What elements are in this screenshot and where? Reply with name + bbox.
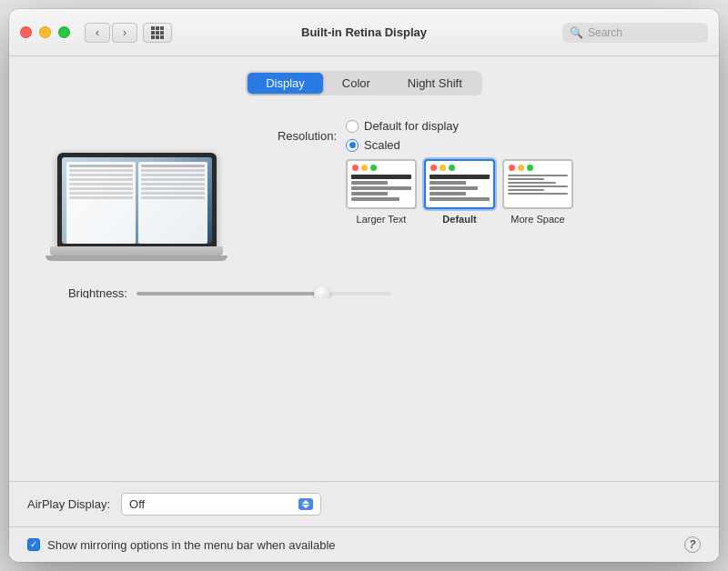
mirroring-left: ✓ Show mirroring options in the menu bar… xyxy=(27,538,336,552)
scale-option-more-space[interactable]: More Space xyxy=(502,159,573,225)
scale-thumb-more-space xyxy=(502,159,573,209)
back-button[interactable]: ‹ xyxy=(85,23,110,43)
brightness-label: Brightness: xyxy=(46,286,127,298)
radio-scaled-label: Scaled xyxy=(364,138,400,152)
main-pane: Resolution: Default for display Scaled xyxy=(9,106,719,298)
arrow-up-icon xyxy=(302,500,309,504)
content-area: Display Color Night Shift xyxy=(9,56,719,562)
screen-panel-right xyxy=(138,162,207,244)
airplay-dropdown[interactable]: Off xyxy=(121,493,321,516)
top-section: Resolution: Default for display Scaled xyxy=(46,115,682,261)
radio-default-circle xyxy=(346,120,359,133)
scale-label-larger-text: Larger Text xyxy=(357,214,407,225)
mirroring-checkbox[interactable]: ✓ xyxy=(27,538,40,551)
resolution-controls: Resolution: Default for display Scaled xyxy=(255,115,682,225)
segment-control: Display Color Night Shift xyxy=(246,71,482,95)
question-mark-icon: ? xyxy=(689,538,695,551)
tab-color[interactable]: Color xyxy=(324,73,389,94)
radio-scaled-dot xyxy=(349,142,356,148)
maximize-button[interactable] xyxy=(58,26,70,38)
radio-default[interactable]: Default for display xyxy=(346,119,459,133)
laptop-bottom xyxy=(46,255,228,261)
chevron-right-icon: › xyxy=(123,26,126,39)
help-button[interactable]: ? xyxy=(684,536,701,553)
radio-scaled[interactable]: Scaled xyxy=(346,138,459,152)
search-placeholder: Search xyxy=(588,26,622,39)
preferences-window: ‹ › Built-in Retina Display 🔍 Search Di xyxy=(9,9,719,562)
mirroring-bar: ✓ Show mirroring options in the menu bar… xyxy=(9,526,719,562)
screen-content xyxy=(66,162,207,244)
resolution-row: Resolution: Default for display Scaled xyxy=(255,119,682,152)
scale-thumb-larger-text xyxy=(346,159,417,209)
titlebar: ‹ › Built-in Retina Display 🔍 Search xyxy=(9,9,719,56)
dropdown-arrows-icon xyxy=(298,498,313,510)
radio-default-label: Default for display xyxy=(364,119,459,133)
laptop-base xyxy=(50,246,223,255)
brightness-row: Brightness: xyxy=(46,286,682,298)
search-icon: 🔍 xyxy=(570,26,583,39)
forward-button[interactable]: › xyxy=(112,23,137,43)
mirroring-label: Show mirroring options in the menu bar w… xyxy=(47,538,336,552)
chevron-left-icon: ‹ xyxy=(96,26,99,39)
arrow-down-icon xyxy=(302,505,309,508)
nav-buttons: ‹ › xyxy=(85,23,172,43)
mirroring-checkmark-icon: ✓ xyxy=(30,540,37,549)
airplay-dropdown-value: Off xyxy=(129,497,145,511)
grid-icon xyxy=(151,26,164,39)
scale-option-larger-text[interactable]: Larger Text xyxy=(346,159,417,225)
screen-panel-left xyxy=(66,162,136,244)
laptop-screen-outer xyxy=(57,153,217,246)
scale-label-default: Default xyxy=(442,214,476,225)
close-button[interactable] xyxy=(20,26,32,38)
scale-thumb-default xyxy=(424,159,495,209)
spacer xyxy=(9,298,719,481)
slider-thumb[interactable] xyxy=(314,286,330,299)
brightness-slider[interactable] xyxy=(136,292,391,296)
brightness-section: Brightness: ✓ Automatically adjust brigh… xyxy=(46,286,682,298)
minimize-button[interactable] xyxy=(39,26,51,38)
display-preview xyxy=(46,115,228,261)
airplay-label: AirPlay Display: xyxy=(27,497,110,511)
scale-options: Larger Text xyxy=(346,159,682,225)
laptop-body xyxy=(50,153,223,261)
search-box[interactable]: 🔍 Search xyxy=(562,23,708,43)
airplay-bar: AirPlay Display: Off xyxy=(9,481,719,526)
segment-bar: Display Color Night Shift xyxy=(9,56,719,106)
radio-group: Default for display Scaled xyxy=(346,119,459,152)
scale-option-default[interactable]: Default xyxy=(424,159,495,225)
tab-night-shift[interactable]: Night Shift xyxy=(389,73,480,94)
scale-label-more-space: More Space xyxy=(511,214,564,225)
grid-button[interactable] xyxy=(143,23,172,43)
tab-display[interactable]: Display xyxy=(248,73,323,94)
laptop-screen-inner xyxy=(62,157,212,244)
traffic-lights xyxy=(20,26,70,38)
window-title: Built-in Retina Display xyxy=(301,25,427,39)
radio-scaled-circle xyxy=(346,139,359,152)
resolution-label: Resolution: xyxy=(255,129,337,143)
